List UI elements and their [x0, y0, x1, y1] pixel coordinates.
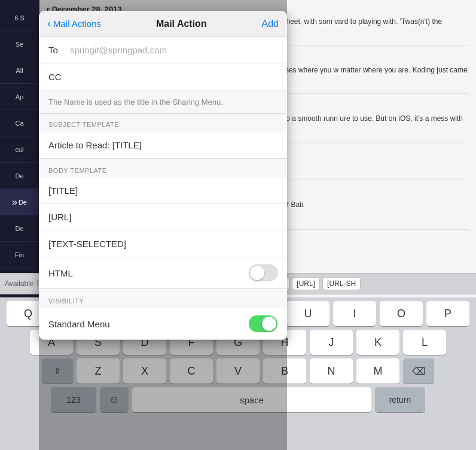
key-n[interactable]: N — [310, 358, 353, 384]
visibility-section: Standard Menu — [39, 308, 287, 340]
modal-back-button[interactable]: ‹ Mail Actions — [47, 17, 101, 30]
key-o[interactable]: O — [380, 301, 423, 326]
body-line-1[interactable]: [URL] — [39, 204, 287, 230]
html-toggle-row: HTML — [39, 257, 287, 289]
sidebar-item-2[interactable]: All — [0, 57, 39, 84]
visibility-header: VISIBILITY — [39, 290, 287, 308]
sidebar-item-7[interactable]: » De — [0, 189, 39, 215]
sidebar-label-0: 6 S — [14, 14, 25, 22]
sidebar-label-5: cul — [15, 146, 23, 153]
chevron-left-icon: ‹ — [47, 17, 51, 30]
sidebar-label-1: Se — [16, 41, 23, 48]
sidebar-item-8[interactable]: De — [0, 215, 39, 242]
visibility-toggle[interactable] — [249, 315, 277, 332]
sidebar-label-8: De — [15, 225, 23, 232]
sidebar-item-1[interactable]: Se — [0, 31, 39, 57]
key-m[interactable]: M — [356, 358, 399, 384]
to-value[interactable]: springit@springpad.com — [70, 45, 277, 55]
modal-header: ‹ Mail Actions Mail Action Add — [39, 11, 287, 37]
modal-add-button[interactable]: Add — [262, 19, 279, 29]
tag-url[interactable]: [URL] — [292, 277, 320, 290]
toggle-knob-visibility — [262, 317, 276, 331]
sidebar-label-9: Fin — [15, 251, 24, 259]
body-template-header: BODY TEMPLATE — [39, 160, 287, 178]
subject-template-value: Article to Read: [TITLE] — [48, 140, 142, 150]
toggle-knob-html — [250, 266, 264, 280]
sidebar-label-4: Ca — [15, 120, 23, 127]
to-cc-section: To springit@springpad.com CC — [39, 37, 287, 90]
body-text-selected-tag: [TEXT-SELECTED] — [48, 239, 126, 249]
sidebar-item-0[interactable]: 6 S — [0, 5, 39, 31]
sidebar-item-3[interactable]: Ap — [0, 84, 39, 110]
sidebar-label-2: All — [16, 67, 23, 74]
subject-template-header: SUBJECT TEMPLATE — [39, 114, 287, 132]
sidebar-label-3: Ap — [16, 93, 23, 101]
body-template-section: [TITLE] [URL] [TEXT-SELECTED] — [39, 178, 287, 257]
sidebar-label-6: De — [15, 172, 23, 180]
key-p[interactable]: P — [426, 301, 469, 326]
body-template-label: BODY TEMPLATE — [48, 167, 107, 174]
double-arrow-icon: » — [12, 197, 17, 208]
key-u[interactable]: U — [286, 301, 329, 326]
sidebar-item-4[interactable]: Ca — [0, 110, 39, 136]
key-j[interactable]: J — [310, 330, 353, 355]
subject-template-label: SUBJECT TEMPLATE — [48, 121, 119, 128]
modal-panel: ‹ Mail Actions Mail Action Add To spring… — [39, 11, 287, 340]
sidebar-label-7: De — [19, 199, 27, 206]
sidebar-item-6[interactable]: De — [0, 163, 39, 189]
cc-row: CC — [39, 63, 287, 90]
sidebar-item-5[interactable]: cul — [0, 136, 39, 163]
description-block: The Name is used as the title in the Sha… — [39, 90, 287, 114]
visibility-label: VISIBILITY — [48, 297, 84, 305]
delete-key[interactable]: ⌫ — [403, 358, 434, 384]
description-text: The Name is used as the title in the Sha… — [48, 98, 223, 107]
body-url-tag: [URL] — [48, 212, 71, 222]
standard-menu-label: Standard Menu — [48, 319, 110, 329]
subject-template-section: Article to Read: [TITLE] — [39, 132, 287, 159]
key-i[interactable]: I — [333, 301, 376, 326]
to-row: To springit@springpad.com — [39, 37, 287, 63]
to-label: To — [48, 45, 70, 55]
modal-title: Mail Action — [101, 19, 261, 29]
cc-label: CC — [48, 72, 70, 82]
html-label: HTML — [48, 268, 73, 278]
return-key[interactable]: return — [375, 387, 425, 412]
body-line-0[interactable]: [TITLE] — [39, 178, 287, 204]
tag-url-sh[interactable]: [URL-SH — [322, 277, 361, 290]
key-k[interactable]: K — [356, 330, 399, 355]
body-line-2[interactable]: [TEXT-SELECTED] — [39, 230, 287, 257]
modal-back-label: Mail Actions — [53, 19, 101, 29]
visibility-row: Standard Menu — [39, 308, 287, 339]
html-toggle[interactable] — [249, 264, 277, 281]
key-l[interactable]: L — [403, 330, 446, 355]
body-title-tag: [TITLE] — [48, 186, 78, 196]
sidebar-item-9[interactable]: Fin — [0, 242, 39, 268]
subject-template-row[interactable]: Article to Read: [TITLE] — [39, 132, 287, 158]
